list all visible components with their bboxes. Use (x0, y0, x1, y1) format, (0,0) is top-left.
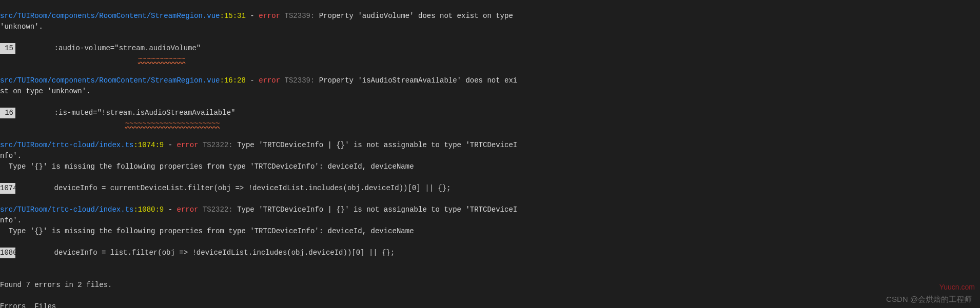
summary-found: Found 7 errors in 2 files. (0, 281, 112, 289)
error-label: error (177, 141, 198, 149)
error-message-cont: 'unknown'. (0, 23, 43, 31)
watermark-yuucn: Yuucn.com (939, 282, 975, 293)
error-filepath: src/TUIRoom/components/RoomContent/Strea… (0, 12, 220, 20)
error-message-cont: nfo'. Type '{}' is missing the following… (0, 152, 414, 171)
dash: - (246, 76, 259, 85)
code-snippet: deviceInfo = list.filter(obj => !deviceI… (15, 249, 395, 257)
error-label: error (259, 76, 280, 85)
line-gutter: 1080 (0, 248, 15, 258)
dash: - (164, 206, 177, 214)
error-filepath: src/TUIRoom/trtc-cloud/index.ts (0, 206, 133, 214)
watermark-csdn: CSDN @会烘焙的工程师 (886, 294, 972, 305)
line-gutter: 1074 (0, 183, 15, 194)
error-underline: ~~~~~~~~~~~~~~~~~~~~~~ (125, 119, 220, 128)
error-message-cont: st on type 'unknown'. (0, 87, 90, 95)
error-code: TS2339: (280, 76, 319, 85)
error-filepath: src/TUIRoom/components/RoomContent/Strea… (0, 76, 220, 85)
terminal-output[interactable]: src/TUIRoom/components/RoomContent/Strea… (0, 0, 980, 308)
error-underline: ~~~~~~~~~~~ (138, 55, 185, 63)
error-position: :1080:9 (133, 206, 164, 214)
error-label: error (259, 12, 280, 20)
error-message-cont: nfo'. Type '{}' is missing the following… (0, 216, 414, 235)
error-message: Property 'isAudioStreamAvailable' does n… (319, 76, 517, 85)
error-position: :16:28 (220, 76, 245, 85)
line-gutter: 16 (0, 108, 15, 118)
line-gutter: 15 (0, 43, 15, 54)
code-snippet: :is-muted="!stream.isAudioStreamAvailabl… (15, 109, 235, 117)
summary-header: Errors Files (0, 302, 56, 308)
code-snippet: deviceInfo = currentDeviceList.filter(ob… (15, 184, 451, 192)
error-position: :1074:9 (133, 141, 164, 149)
error-position: :15:31 (220, 12, 245, 20)
code-snippet: :audio-volume="stream.audioVolume" (15, 44, 201, 52)
error-label: error (177, 206, 198, 214)
error-message: Property 'audioVolume' does not exist on… (319, 12, 517, 20)
error-code: TS2339: (280, 12, 319, 20)
error-message: Type 'TRTCDeviceInfo | {}' is not assign… (237, 206, 517, 214)
dash: - (246, 12, 259, 20)
error-filepath: src/TUIRoom/trtc-cloud/index.ts (0, 141, 133, 149)
error-message: Type 'TRTCDeviceInfo | {}' is not assign… (237, 141, 517, 149)
error-code: TS2322: (199, 206, 238, 214)
dash: - (164, 141, 177, 149)
error-code: TS2322: (199, 141, 238, 149)
